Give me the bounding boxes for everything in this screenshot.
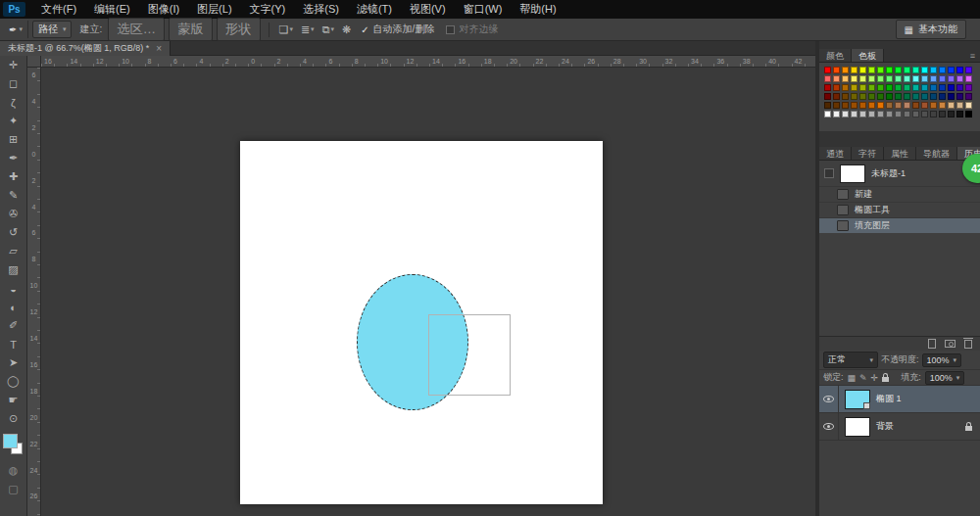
color-picker-widget[interactable] — [0, 434, 26, 461]
color-swatch[interactable] — [956, 102, 963, 109]
vertical-ruler[interactable]: 64202468101214161820222426 — [27, 68, 41, 516]
tool-mode-dropdown[interactable]: 路径 ▾ — [32, 21, 73, 38]
tab-色板[interactable]: 色板 — [852, 49, 884, 62]
document-tab[interactable]: 未标题-1 @ 66.7%(椭圆 1, RGB/8) * × — [0, 41, 171, 56]
color-swatch[interactable] — [851, 75, 858, 82]
tab-颜色[interactable]: 颜色 — [819, 49, 852, 62]
color-swatch[interactable] — [930, 111, 937, 117]
pen-tool[interactable]: ✐ — [0, 316, 26, 335]
color-swatch[interactable] — [895, 93, 902, 100]
menu-item-5[interactable]: 选择(S) — [294, 0, 348, 19]
color-swatch[interactable] — [904, 93, 910, 100]
eraser-tool[interactable]: ▱ — [0, 242, 26, 260]
tool-preset-picker[interactable]: ✒ ▾ — [4, 21, 28, 38]
layer-thumbnail[interactable] — [845, 417, 870, 437]
menu-item-8[interactable]: 窗口(W) — [455, 0, 512, 19]
rectangle-path-outline[interactable] — [428, 314, 511, 396]
clone-stamp-tool[interactable]: ✇ — [0, 205, 26, 223]
color-swatch[interactable] — [939, 102, 946, 109]
color-swatch[interactable] — [859, 102, 866, 109]
dodge-tool[interactable]: ◐ — [0, 298, 26, 316]
layer-thumbnail[interactable] — [845, 390, 870, 409]
color-swatch[interactable] — [895, 102, 902, 109]
menu-item-3[interactable]: 图层(L) — [188, 0, 240, 19]
tab-属性[interactable]: 属性 — [884, 147, 916, 160]
new-document-from-state-icon[interactable] — [928, 339, 936, 349]
blend-mode-dropdown[interactable]: 正常 ▾ — [823, 352, 878, 368]
color-swatch[interactable] — [851, 111, 858, 117]
horizontal-ruler[interactable]: 1614121086420246810121416182022242628303… — [41, 56, 815, 68]
quick-mask-mode-button[interactable]: ◍ — [0, 461, 26, 480]
layer-row[interactable]: 背景 — [819, 413, 980, 441]
tab-字符[interactable]: 字符 — [852, 147, 884, 160]
color-swatch[interactable] — [868, 84, 875, 91]
color-swatch[interactable] — [833, 102, 840, 109]
history-brush-tool[interactable]: ↺ — [0, 223, 26, 242]
color-swatch[interactable] — [948, 111, 955, 117]
make-mask-button[interactable]: 蒙版 — [169, 18, 213, 41]
color-swatch[interactable] — [912, 111, 919, 117]
color-swatch[interactable] — [939, 75, 946, 82]
color-swatch[interactable] — [824, 75, 831, 82]
opacity-dropdown[interactable]: 100% ▾ — [922, 353, 962, 367]
color-swatch[interactable] — [921, 111, 928, 117]
color-swatch[interactable] — [965, 111, 972, 117]
color-swatch[interactable] — [886, 75, 893, 82]
menu-item-7[interactable]: 视图(V) — [401, 0, 455, 19]
color-swatch[interactable] — [895, 111, 902, 117]
quick-selection-tool[interactable]: ✦ — [0, 112, 26, 130]
visibility-toggle[interactable] — [819, 413, 839, 441]
color-swatch[interactable] — [956, 111, 963, 117]
move-tool[interactable]: ✛ — [0, 56, 26, 74]
document-canvas[interactable] — [240, 141, 603, 504]
color-swatch[interactable] — [824, 84, 831, 91]
lock-position-icon[interactable]: ✛ — [871, 373, 879, 383]
path-operations-button[interactable]: ❏ ▾ — [275, 23, 297, 36]
history-item[interactable]: 新建 — [819, 186, 980, 202]
color-swatch[interactable] — [877, 102, 884, 109]
color-swatch[interactable] — [948, 75, 955, 82]
path-alignment-button[interactable]: ≣ ▾ — [297, 23, 318, 36]
close-tab-icon[interactable]: × — [156, 43, 162, 54]
color-swatch[interactable] — [886, 84, 893, 91]
color-swatch[interactable] — [842, 75, 849, 82]
color-swatch[interactable] — [824, 93, 831, 100]
menu-item-0[interactable]: 文件(F) — [32, 0, 85, 19]
color-swatch[interactable] — [886, 93, 893, 100]
auto-add-delete-checkbox[interactable]: ✓ 自动添加/删除 — [361, 23, 434, 36]
color-swatch[interactable] — [895, 84, 902, 91]
color-swatch[interactable] — [956, 75, 963, 82]
history-brush-source-icon[interactable] — [824, 168, 834, 178]
ruler-origin-corner[interactable] — [27, 56, 41, 68]
menu-item-4[interactable]: 文字(Y) — [241, 0, 295, 19]
canvas-area[interactable]: 1614121086420246810121416182022242628303… — [27, 56, 815, 516]
healing-brush-tool[interactable]: ✚ — [0, 167, 26, 186]
color-swatch[interactable] — [930, 75, 937, 82]
geometry-options-button[interactable]: ❋ — [338, 23, 355, 36]
color-swatch[interactable] — [939, 111, 946, 117]
color-swatch[interactable] — [895, 75, 902, 82]
color-swatch[interactable] — [886, 102, 893, 109]
color-swatch[interactable] — [930, 84, 937, 91]
delete-state-icon[interactable] — [964, 340, 972, 349]
color-swatch[interactable] — [956, 84, 963, 91]
history-snapshot-row[interactable]: 未标题-1 — [819, 161, 980, 186]
color-swatch[interactable] — [939, 84, 946, 91]
new-snapshot-icon[interactable] — [945, 340, 956, 348]
color-swatch[interactable] — [868, 67, 875, 73]
photoshop-logo[interactable]: Ps — [3, 2, 25, 17]
color-swatch[interactable] — [877, 84, 884, 91]
color-swatch[interactable] — [842, 84, 849, 91]
color-swatch[interactable] — [833, 93, 840, 100]
color-swatch[interactable] — [965, 102, 972, 109]
foreground-color-swatch[interactable] — [3, 434, 18, 448]
color-swatch[interactable] — [851, 93, 858, 100]
zoom-tool[interactable]: ⊙ — [0, 409, 26, 428]
color-swatch[interactable] — [921, 84, 928, 91]
color-swatch[interactable] — [948, 93, 955, 100]
gradient-tool[interactable]: ▨ — [0, 260, 26, 279]
color-swatch[interactable] — [859, 67, 866, 73]
lock-all-icon[interactable] — [882, 377, 889, 382]
tab-导航器[interactable]: 导航器 — [916, 147, 957, 160]
menu-item-1[interactable]: 编辑(E) — [85, 0, 139, 19]
